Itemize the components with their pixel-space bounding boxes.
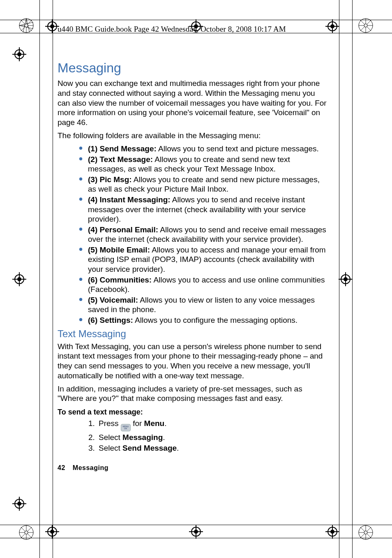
registration-mark-icon — [12, 497, 26, 511]
section-title: Messaging — [58, 60, 329, 76]
footer-section: Messaging — [73, 464, 108, 471]
list-label: (2) Text Message: — [88, 155, 153, 164]
list-item: (5) Voicemail: Allows you to view or lis… — [79, 295, 329, 314]
registration-mark-icon — [12, 272, 26, 286]
list-label: (5) Voicemail: — [88, 296, 138, 304]
step-text: Select — [99, 433, 122, 442]
step-text: for — [131, 419, 144, 428]
printer-mark-icon — [358, 525, 373, 540]
svg-point-9 — [25, 24, 28, 27]
registration-mark-icon — [45, 525, 59, 539]
printer-mark-icon — [19, 525, 34, 540]
printer-mark-icon — [358, 18, 373, 33]
registration-mark-icon — [339, 272, 353, 286]
list-item: (1) Send Message: Allows you to send tex… — [79, 144, 329, 153]
list-item: (4) Instant Messaging: Allows you to sen… — [79, 195, 329, 224]
step-item: Select Send Message. — [97, 443, 329, 453]
registration-mark-icon — [325, 525, 339, 539]
step-list: Press MENUOK for Menu. Select Messaging.… — [58, 419, 329, 454]
step-bold: Send Message — [122, 444, 177, 452]
step-bold: Menu — [144, 419, 165, 428]
list-item: (3) Pic Msg: Allows you to create and se… — [79, 175, 329, 194]
howto-heading: To send a text message: — [58, 408, 329, 417]
svg-point-15 — [364, 24, 367, 27]
list-item: (6) Communities: Allows you to access an… — [79, 275, 329, 294]
step-text: Press — [99, 419, 121, 428]
step-text: Select — [99, 444, 122, 452]
page-number: 42 — [58, 464, 65, 471]
sub-paragraph-1: With Text Messaging, you can use a perso… — [58, 342, 329, 381]
registration-mark-icon — [325, 19, 339, 33]
step-bold: Messaging — [122, 433, 163, 442]
sub-paragraph-2: In addition, messaging includes a variet… — [58, 384, 329, 404]
printer-mark-icon — [19, 18, 34, 33]
page-footer: 42Messaging — [58, 464, 108, 472]
menu-ok-key-icon: MENUOK — [121, 424, 131, 431]
svg-point-21 — [25, 531, 28, 534]
list-label: (6) Settings: — [88, 316, 133, 324]
intro-paragraph-2: The following folders are available in t… — [58, 131, 329, 141]
svg-point-27 — [364, 531, 367, 534]
list-item: (5) Mobile Email: Allows you to access a… — [79, 245, 329, 274]
registration-mark-icon — [45, 19, 59, 33]
page-content: Messaging Now you can exchange text and … — [58, 60, 329, 454]
step-item: Select Messaging. — [97, 433, 329, 442]
list-label: (1) Send Message: — [88, 144, 157, 153]
list-label: (4) Instant Messaging: — [88, 195, 171, 204]
list-item: (4) Personal Email: Allows you to send a… — [79, 225, 329, 244]
intro-paragraph-1: Now you can exchange text and multimedia… — [58, 79, 329, 127]
list-label: (3) Pic Msg: — [88, 175, 132, 184]
registration-mark-icon — [189, 525, 203, 539]
subsection-title: Text Messaging — [58, 328, 329, 340]
list-item: (2) Text Message: Allows you to create a… — [79, 155, 329, 174]
list-label: (6) Communities: — [88, 276, 152, 284]
list-text: Allows you to send text and picture mess… — [157, 144, 319, 153]
list-item: (6) Settings: Allows you to configure th… — [79, 315, 329, 325]
feature-list: (1) Send Message: Allows you to send tex… — [58, 144, 329, 325]
list-text: Allows you to configure the messaging op… — [133, 316, 297, 324]
registration-mark-icon — [12, 47, 26, 61]
step-item: Press MENUOK for Menu. — [97, 419, 329, 431]
list-label: (4) Personal Email: — [88, 225, 158, 234]
list-label: (5) Mobile Email: — [88, 245, 150, 254]
document-header: u440 BMC Guide.book Page 42 Wednesday, O… — [58, 25, 286, 34]
